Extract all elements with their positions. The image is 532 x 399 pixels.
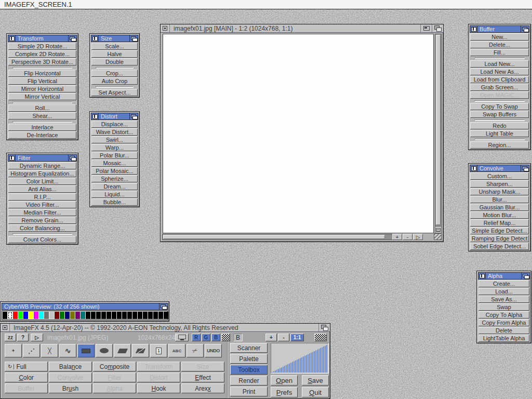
set-aspect-button[interactable]: Set Aspect... (91, 89, 138, 96)
color-swatch[interactable] (81, 312, 85, 319)
color-swatch[interactable] (101, 312, 106, 319)
swap-buffers-button[interactable]: Swap Buffers (470, 111, 529, 118)
horizontal-scrollbar-thumb[interactable] (163, 235, 385, 239)
roll-button[interactable]: Roll... (8, 104, 76, 112)
close-gadget[interactable] (470, 26, 477, 32)
close-gadget[interactable] (8, 155, 16, 161)
convolve-button[interactable]: Convolve (49, 373, 92, 382)
airbrush-tool[interactable] (23, 344, 40, 357)
resize-gadget[interactable] (434, 233, 442, 240)
displace-button[interactable]: Displace... (91, 121, 138, 128)
horizontal-scrollbar[interactable] (162, 234, 394, 240)
light-table-button[interactable]: Light Table (470, 130, 529, 137)
blur-button[interactable]: Blur... (470, 196, 529, 203)
brush-tool[interactable] (132, 344, 149, 357)
dynamic-range-button[interactable]: Dynamic Range... (8, 162, 76, 169)
alpha-button[interactable]: Alpha (93, 383, 136, 393)
color-swatch[interactable] (143, 312, 148, 319)
filter-button[interactable]: Filter (93, 373, 136, 382)
green-channel-button[interactable]: G (202, 334, 210, 341)
brush-button[interactable]: Brush (49, 383, 92, 393)
mirror-vertical-button[interactable]: Mirror Vertical (8, 93, 76, 100)
cyberwb-preview-window[interactable]: CyberWB Preview: (32 of 256 shown) (0, 301, 169, 322)
image-canvas[interactable] (163, 34, 434, 233)
count-colors-button[interactable]: Count Colors... (8, 236, 76, 243)
color-swatch[interactable] (122, 312, 127, 319)
text-tool[interactable]: ABC (168, 344, 185, 357)
pattern-button[interactable] (314, 334, 327, 341)
polar-mosaic-button[interactable]: Polar Mosaic... (91, 167, 138, 175)
grid-gadget[interactable] (435, 226, 441, 233)
color-swatch[interactable] (13, 312, 18, 319)
color-swatch[interactable] (148, 312, 153, 319)
zoom-ratio-button[interactable]: 1:1 (290, 334, 304, 341)
size-titlebar[interactable]: Size (91, 35, 138, 42)
transform-button[interactable]: Transform (137, 362, 180, 371)
close-gadget[interactable] (470, 165, 477, 171)
color-swatch[interactable] (70, 312, 75, 319)
convolve-titlebar[interactable]: Convolve (470, 165, 529, 172)
scanner-button[interactable]: Scanner (230, 343, 268, 353)
scale-button[interactable]: Scale... (91, 43, 138, 50)
redo-button[interactable]: Redo (470, 122, 529, 129)
auto-crop-button[interactable]: Auto Crop (91, 77, 138, 85)
shear-button[interactable]: Shear... (8, 112, 76, 119)
color-swatch[interactable] (49, 312, 54, 319)
load-new-as-button[interactable]: Load New As... (470, 68, 529, 75)
lighttable-alpha-button[interactable]: LightTable Alpha (478, 335, 529, 342)
depth-gadget[interactable] (521, 165, 529, 171)
sharpen-button[interactable]: Sharpen... (470, 180, 529, 188)
screen-button[interactable] (175, 334, 189, 341)
color-swatch[interactable] (153, 312, 158, 319)
depth-gadget[interactable] (159, 303, 167, 310)
depth-gadget[interactable] (68, 155, 76, 161)
swirl-button[interactable]: Swirl... (91, 136, 138, 143)
dither-pattern-button[interactable] (221, 334, 230, 341)
load-button[interactable]: Load... (478, 288, 529, 295)
custom-button[interactable]: Custom... (470, 172, 529, 180)
color-swatch[interactable] (96, 312, 101, 319)
mirror-horizontal-button[interactable]: Mirror Horizontal (8, 85, 76, 92)
flip-horizontal-button[interactable]: Flip Horizontal (8, 70, 76, 77)
line-tool[interactable] (41, 344, 58, 357)
complex-2d-rotate-button[interactable]: Complex 2D Rotate... (8, 50, 76, 58)
print-button[interactable]: Print (230, 387, 268, 396)
scissors-tool[interactable] (187, 344, 204, 357)
depth-gadget[interactable] (432, 24, 443, 32)
color-swatch[interactable] (138, 312, 142, 319)
sleep-button[interactable]: zz (5, 334, 16, 341)
blue-channel-button[interactable]: B (211, 334, 220, 341)
pan-gadget[interactable]: ▷ (413, 234, 423, 240)
composite-button[interactable]: Composite (93, 362, 136, 371)
depth-gadget[interactable] (521, 273, 529, 279)
ellipse-tool[interactable] (96, 344, 113, 357)
close-gadget[interactable] (478, 273, 486, 279)
render-button[interactable]: Render (230, 376, 268, 385)
halve-button[interactable]: Halve (91, 50, 138, 58)
save-as-button[interactable]: Save As... (478, 296, 529, 303)
dream-button[interactable]: Dream... (91, 183, 138, 190)
polar-blur-button[interactable]: Polar Blur... (91, 152, 138, 159)
color-button[interactable]: Color (5, 373, 48, 382)
arexx-button[interactable]: Arexx (181, 383, 224, 393)
remove-grain-button[interactable]: Remove Grain... (8, 217, 76, 224)
color-swatch[interactable] (112, 312, 116, 319)
zoom-gadget[interactable] (420, 24, 432, 32)
size-button[interactable]: Size (181, 362, 224, 371)
median-filter-button[interactable]: Median Filter... (8, 209, 76, 216)
color-limit-button[interactable]: Color Limit... (8, 178, 76, 185)
transform-titlebar[interactable]: Transform (8, 35, 77, 42)
new-button[interactable]: New... (470, 33, 529, 41)
region-button[interactable]: Region... (470, 141, 529, 149)
anti-alias-button[interactable]: Anti Alias... (8, 185, 76, 193)
buffer-palette-window[interactable]: BufferNew...Delete...Fill...Load New...L… (468, 24, 531, 150)
load-from-clipboard-button[interactable]: Load from Clipboard (470, 76, 529, 83)
bubble-button[interactable]: Bubble... (91, 198, 138, 206)
color-swatch[interactable] (34, 312, 38, 319)
color-swatch[interactable] (91, 312, 96, 319)
close-gadget[interactable] (8, 35, 16, 42)
spherize-button[interactable]: Spherize... (91, 175, 138, 182)
zoom-in-gadget[interactable]: + (392, 234, 402, 240)
delete-button[interactable]: Delete (478, 327, 529, 334)
unsharp-mask-button[interactable]: Unsharp Mask... (470, 188, 529, 195)
